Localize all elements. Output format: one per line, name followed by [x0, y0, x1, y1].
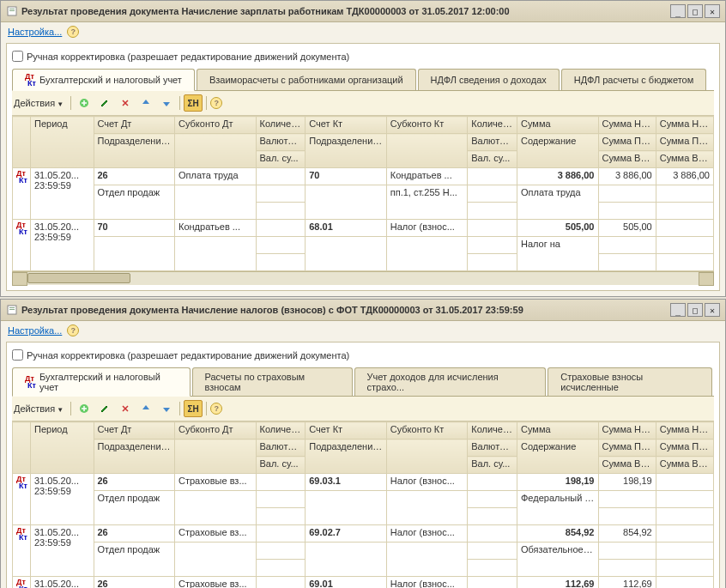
col-period[interactable]: Период — [31, 422, 94, 474]
move-up-icon[interactable] — [136, 94, 155, 112]
titlebar[interactable]: Результат проведения документа Начислени… — [1, 300, 725, 321]
toolbar-help-icon[interactable]: ? — [210, 403, 222, 415]
tab-accounting[interactable]: ДтКт Бухгалтерский и налоговый учет — [12, 69, 195, 91]
tab-income-acct[interactable]: Учет доходов для исчисления страхо... — [354, 367, 547, 396]
minimize-button[interactable]: _ — [670, 303, 686, 317]
delete-icon[interactable] — [116, 94, 135, 112]
col-nu-kt[interactable]: Сумма НУ Кт — [656, 117, 713, 134]
tab-ndfl-budget[interactable]: НДФЛ расчеты с бюджетом — [561, 69, 707, 90]
document-icon — [6, 5, 18, 17]
col-val-kt[interactable]: Валюта ... — [468, 134, 517, 151]
col-summa[interactable]: Сумма — [517, 422, 599, 439]
col-valsum-kt[interactable]: Вал. су... — [468, 151, 517, 168]
cell-summa: 854,92 — [517, 525, 599, 543]
col-vr-kt[interactable]: Сумма ВР Кт — [656, 457, 713, 474]
col-schet-dt[interactable]: Счет Дт — [94, 422, 175, 439]
cell-val-kt — [468, 543, 517, 560]
tab-ndfl-income[interactable]: НДФЛ сведения о доходах — [418, 69, 560, 90]
close-button[interactable]: ✕ — [705, 4, 720, 18]
toolbar: Действия▼ ΣH ? — [12, 397, 714, 421]
col-sub-dt[interactable]: Субконто Дт — [175, 117, 257, 134]
table-row[interactable]: Налог на — [13, 237, 714, 254]
col-qty-kt[interactable]: Количес... — [468, 117, 517, 134]
table-row[interactable]: ДтКт31.05.20...23:59:5970Кондратьев ...6… — [13, 220, 714, 237]
edit-icon[interactable] — [95, 400, 114, 417]
col-sub-kt[interactable]: Субконто Кт — [386, 117, 468, 134]
manual-edit-checkbox[interactable] — [12, 51, 23, 62]
add-icon[interactable] — [75, 94, 94, 112]
col-nu-dt[interactable]: Сумма НУ ... — [598, 422, 656, 439]
cell-pr-kt — [656, 491, 713, 508]
col-val-kt[interactable]: Валюта ... — [468, 439, 517, 457]
col-vr-dt[interactable]: Сумма ВР ... — [598, 151, 656, 168]
horizontal-scrollbar[interactable] — [12, 271, 714, 285]
tab-accounting[interactable]: ДтКт Бухгалтерский и налоговый учет — [12, 367, 191, 397]
col-period[interactable]: Период — [31, 117, 94, 168]
titlebar[interactable]: Результат проведения документа Начислени… — [1, 1, 725, 22]
tab-insurance-computed[interactable]: Страховые взносы исчисленные — [548, 367, 712, 396]
settings-link[interactable]: Настройка... — [8, 325, 62, 336]
settings-link[interactable]: Настройка... — [8, 27, 62, 37]
table-row[interactable]: ДтКт31.05.20...23:59:5926Страховые вз...… — [13, 474, 714, 491]
edit-icon[interactable] — [95, 94, 114, 112]
col-qty-dt[interactable]: Количес... — [256, 422, 306, 439]
col-nu-dt[interactable]: Сумма НУ ... — [598, 117, 656, 134]
tab-insurance-calc[interactable]: Расчеты по страховым взносам — [192, 367, 353, 396]
col-qty-dt[interactable]: Количес... — [256, 117, 306, 134]
table-row[interactable]: ДтКт31.05.20...23:59:5926Страховые вз...… — [13, 525, 714, 543]
col-soder[interactable]: Содержание — [517, 439, 599, 474]
toolbar-help-icon[interactable]: ? — [210, 97, 222, 109]
col-podr-kt[interactable]: Подразделение Кт — [306, 439, 387, 474]
move-down-icon[interactable] — [157, 400, 176, 417]
cell-period: 31.05.20...23:59:59 — [31, 168, 94, 220]
col-schet-kt[interactable]: Счет Кт — [306, 422, 387, 439]
col-summa[interactable]: Сумма — [517, 117, 599, 134]
col-valsum-kt[interactable]: Вал. су... — [468, 457, 517, 474]
col-nu-kt[interactable]: Сумма НУ Кт — [656, 422, 713, 439]
col-schet-dt[interactable]: Счет Дт — [94, 117, 175, 134]
col-valsum-dt[interactable]: Вал. су... — [256, 457, 306, 474]
actions-menu[interactable]: Действия▼ — [14, 403, 64, 414]
col-podr-dt[interactable]: Подразделение Дт — [94, 439, 175, 474]
col-val-dt[interactable]: Валюта ... — [256, 439, 306, 457]
maximize-button[interactable]: □ — [687, 303, 703, 317]
cell-val-dt — [256, 185, 306, 203]
col-sub-kt[interactable]: Субконто Кт — [386, 422, 468, 439]
col-qty-kt[interactable]: Количес... — [468, 422, 517, 439]
maximize-button[interactable]: □ — [687, 4, 703, 18]
move-down-icon[interactable] — [157, 94, 176, 112]
move-up-icon[interactable] — [136, 400, 155, 417]
col-valsum-dt[interactable]: Вал. су... — [256, 151, 306, 168]
close-button[interactable]: ✕ — [705, 303, 720, 317]
col-sub-dt[interactable]: Субконто Дт — [175, 422, 257, 439]
manual-edit-checkbox[interactable] — [12, 349, 23, 361]
table-row[interactable]: Отдел продажФедеральный фонд ОМС — [13, 491, 714, 508]
col-vr-dt[interactable]: Сумма ВР ... — [598, 457, 656, 474]
col-pr-dt[interactable]: Сумма ПР ... — [598, 439, 656, 457]
delete-icon[interactable] — [116, 400, 135, 417]
add-icon[interactable] — [75, 400, 94, 417]
table-row[interactable]: ДтКт31.05.20...23:59:5926Оплата труда70К… — [13, 168, 714, 185]
table-row[interactable]: Отдел продажОбязательное пенсионное ... — [13, 543, 714, 560]
help-icon[interactable]: ? — [67, 26, 79, 38]
minimize-button[interactable]: _ — [670, 4, 686, 18]
col-pr-kt[interactable]: Сумма ПР Кт — [656, 134, 713, 151]
help-icon[interactable]: ? — [67, 324, 79, 336]
actions-menu[interactable]: Действия▼ — [14, 98, 64, 108]
col-pr-kt[interactable]: Сумма ПР Кт — [656, 439, 713, 457]
dtkt-icon: ДтКт — [16, 170, 27, 184]
tab-settlements[interactable]: Взаиморасчеты с работниками организаций — [197, 69, 416, 90]
table-row[interactable]: ДтКт31.05.20...23:59:5926Страховые вз...… — [13, 577, 714, 589]
col-pr-dt[interactable]: Сумма ПР ... — [598, 134, 656, 151]
col-soder[interactable]: Содержание — [517, 134, 599, 168]
cell-nu-dt: 198,19 — [598, 474, 656, 491]
table-row[interactable]: Отдел продажпп.1, ст.255 Н...Оплата труд… — [13, 185, 714, 203]
col-podr-kt[interactable]: Подразделение Кт — [306, 134, 387, 168]
col-val-dt[interactable]: Валюта ... — [256, 134, 306, 151]
col-podr-dt[interactable]: Подразделение Дт — [94, 134, 175, 168]
sum-icon[interactable]: ΣH — [184, 400, 203, 417]
cell-pr-dt — [598, 543, 656, 560]
col-schet-kt[interactable]: Счет Кт — [306, 117, 387, 134]
sum-icon[interactable]: ΣH — [184, 94, 203, 112]
col-vr-kt[interactable]: Сумма ВР Кт — [656, 151, 713, 168]
